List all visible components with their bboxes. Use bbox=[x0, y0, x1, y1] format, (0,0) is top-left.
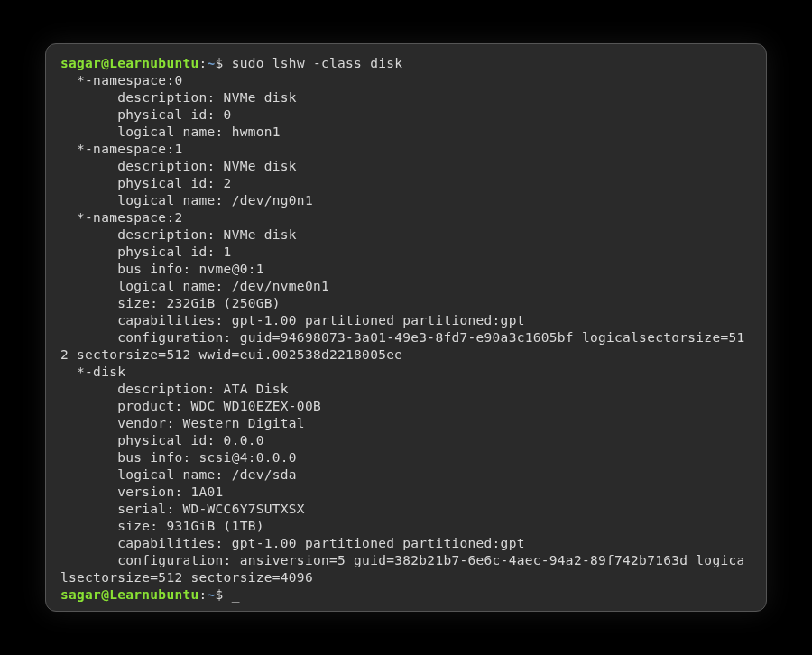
prompt-user-host-1: sagar@Learnubuntu bbox=[60, 56, 199, 70]
prompt-user-host-2: sagar@Learnubuntu bbox=[60, 587, 199, 602]
prompt-colon-1: : bbox=[199, 56, 208, 70]
prompt-dollar-1: $ bbox=[216, 56, 232, 70]
command-text: sudo lshw -class disk bbox=[232, 56, 403, 70]
prompt-dollar-2: $ bbox=[216, 587, 232, 602]
cursor: _ bbox=[232, 587, 240, 602]
terminal-window[interactable]: sagar@Learnubuntu:~$ sudo lshw -class di… bbox=[45, 43, 767, 612]
prompt-colon-2: : bbox=[199, 587, 208, 602]
prompt-path-2: ~ bbox=[208, 587, 216, 602]
command-output: *-namespace:0 description: NVMe disk phy… bbox=[60, 73, 745, 585]
terminal-content: sagar@Learnubuntu:~$ sudo lshw -class di… bbox=[60, 55, 752, 604]
prompt-path-1: ~ bbox=[208, 56, 216, 70]
